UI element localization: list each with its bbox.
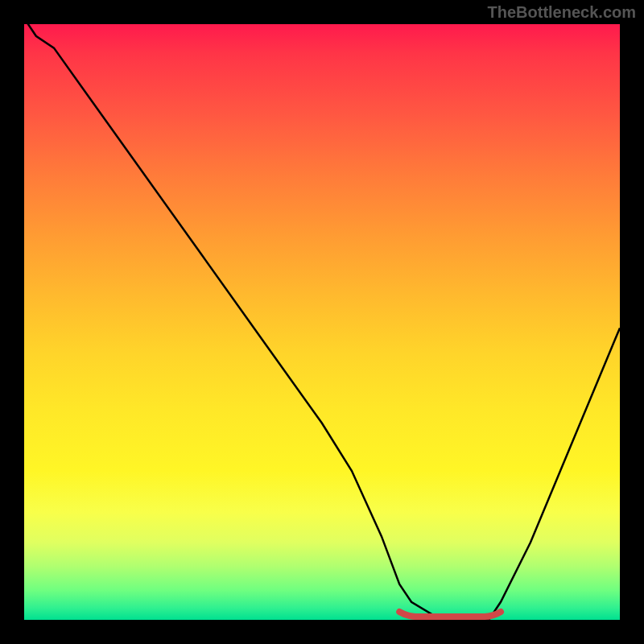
chart-plot-area (24, 24, 620, 620)
bottleneck-curve (24, 24, 620, 620)
minimum-region-marker (399, 612, 501, 617)
chart-svg (24, 24, 620, 620)
watermark-text: TheBottleneck.com (488, 3, 636, 22)
